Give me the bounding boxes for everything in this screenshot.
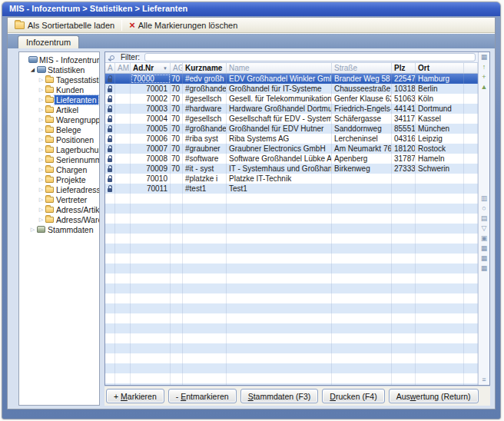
tree-item-statistiken[interactable]: ◢Statistiken [21,65,99,75]
tree-item-lagerbuchungen[interactable]: ▷Lagerbuchungen [21,144,99,154]
filter-input[interactable] [144,53,476,61]
table-row[interactable]: 7000170#großhandeGroßhandel für IT-Syste… [105,84,478,94]
tree-expander-icon[interactable]: ▷ [38,76,45,83]
tree-expander-icon[interactable]: ▷ [38,146,45,153]
tree-item-lieferadressen[interactable]: ▷Lieferadressen [21,184,99,194]
tree-expander-icon[interactable]: ▷ [38,156,45,163]
cell-extra [464,363,478,373]
tree-item-adress-artikel[interactable]: ▷Adress/Artikel [21,204,99,214]
columns-icon[interactable]: ▥ [481,194,488,204]
table-row[interactable]: 70011#test1Test1 [105,184,478,194]
tree-expander-icon[interactable]: ▷ [38,176,45,183]
clear-all-marks-button[interactable]: × Alle Markierungen löschen [124,20,242,31]
tree-item-projekte[interactable]: ▷Projekte [21,174,99,184]
table-row[interactable]: 7000070#edv großhEDV Großhandel Winkler … [105,74,478,84]
filter-row: Filter: [105,52,478,63]
column-header-adnr[interactable]: Ad.Nr▼ [131,63,171,73]
tree-expander-icon[interactable]: ▷ [38,126,45,133]
table-row[interactable]: 7000870#softwareSoftware Großhandel Lübk… [105,154,478,164]
tree-item-artikel[interactable]: ▷Artikel [21,104,99,114]
tree-expander-icon[interactable]: ▷ [38,96,45,103]
stammdaten-button[interactable]: Stammdaten (F3) [240,389,319,403]
tree-expander-icon[interactable]: ▷ [38,136,45,143]
empty-table-row [105,363,478,373]
lock-icon [105,184,115,194]
tree-expander-icon[interactable]: ▷ [38,166,45,173]
column-header-plz[interactable]: Plz [392,63,416,73]
tree-item-stammdaten[interactable]: ▷Stammdaten [21,224,99,234]
lock-icon [105,154,115,164]
folder-icon [45,217,55,223]
column-header-extra[interactable] [464,63,478,73]
grid-view-3-icon[interactable]: ▦ [481,264,488,273]
tree-item-tagesstatistik[interactable]: ▷Tagesstatistik [21,75,99,85]
lock-icon [105,144,115,154]
tree-expander-icon[interactable]: ▷ [29,226,36,233]
tree-item-chargen[interactable]: ▷Chargen [21,164,99,174]
column-header-ag[interactable]: AG [171,63,183,73]
tree-expander-icon[interactable]: ◢ [29,66,36,73]
tree-expander-icon[interactable]: ▷ [38,186,45,193]
column-header-a[interactable]: A [105,63,115,73]
save-icon[interactable]: ▤ [481,214,488,224]
cell-am [115,333,131,343]
table-row[interactable]: 7000370#hardwareHardware Großhandel Dort… [105,104,478,114]
table-row[interactable]: 7000270#gesellschGesell. für Telekommuni… [105,94,478,104]
table-row[interactable]: 7000470#gesellschGesellschaft für EDV - … [105,114,478,124]
tab-label: Infozentrum [26,38,71,47]
tree-expander-icon[interactable]: ▷ [38,86,45,93]
tree-expander-icon[interactable]: ▷ [38,206,45,213]
entmarkieren-button[interactable]: - Entmarkieren [168,389,237,403]
load-sort-table-button[interactable]: Als Sortiertabelle laden [10,20,119,31]
tree-item-label: Artikel [55,105,80,114]
tree-item-adress-warengruppen[interactable]: ▷Adress/Warengruppen [21,214,99,224]
column-header-ort[interactable]: Ort [416,63,464,73]
grid-view-2-icon[interactable]: ▦ [481,254,488,264]
cell-extra [464,124,478,134]
tree-item-mis-infozentrum[interactable]: MIS - Infozentrum [21,55,99,65]
scroll-first-icon[interactable]: ↑ [482,62,486,72]
window-icon[interactable]: ▣ [481,234,488,244]
column-header-name[interactable]: Name [227,63,332,73]
empty-table-row [105,313,478,323]
tree-expander-icon[interactable]: ▷ [38,116,45,123]
table-row[interactable]: 7000570#großhandeGroßhandel für EDV Hutn… [105,124,478,134]
empty-table-row [105,224,478,234]
drucken-button[interactable]: Drucken (F4) [322,389,384,403]
tree-expander-icon[interactable]: ▷ [38,196,45,203]
table-row[interactable]: 7000670#riba systRiba Systems AGLercheni… [105,134,478,144]
cell-am [115,293,131,303]
grid-view-1-icon[interactable]: ▦ [481,244,488,254]
tab-infozentrum[interactable]: Infozentrum [18,35,79,48]
cell-plz [392,323,416,333]
tree-item-belege[interactable]: ▷Belege [21,124,99,134]
column-header-strasse[interactable]: Straße [332,63,392,73]
tree-expander-icon[interactable]: ▷ [38,106,45,113]
auswertung-button[interactable]: Auswertung (Return) [389,389,479,403]
scrollbar-bottom-icon[interactable]: ≡ [482,375,486,385]
search-icon[interactable]: ○ [482,204,486,214]
cell-strasse [332,234,392,244]
markieren-button[interactable]: + Markieren [106,389,164,403]
tree-item-vertreter[interactable]: ▷Vertreter [21,194,99,204]
content-area: MIS - Infozentrum◢Statistiken▷Tagesstati… [8,48,495,409]
column-header-kurzname[interactable]: Kurzname [183,63,227,73]
cell-ort: Berlin [416,84,464,94]
table-row[interactable]: 7000970#it - systIT - Systemhaus und Gro… [105,164,478,174]
empty-table-row [105,234,478,244]
cell-strasse [332,373,392,383]
tree-item-positionen[interactable]: ▷Positionen [21,134,99,144]
column-header-am[interactable]: AM [115,63,131,73]
filter-icon[interactable]: ▽ [482,224,487,234]
scroll-up-icon[interactable]: ▲ [481,82,488,92]
insert-row-icon[interactable]: + [482,72,486,82]
tree-expander-icon[interactable]: ▷ [38,216,45,223]
tree-item-kunden[interactable]: ▷Kunden [21,85,99,94]
tree-item-warengruppen[interactable]: ▷Warengruppen [21,114,99,124]
tree-item-label: Vertreter [55,195,88,204]
tree-item-seriennummern[interactable]: ▷Seriennummern [21,154,99,164]
tree-item-lieferanten[interactable]: ▷Lieferanten [21,94,99,104]
table-row[interactable]: 7000770#graubnerGraubner Electronics Gmb… [105,144,478,154]
column-chooser-icon[interactable]: ▦ [481,52,488,62]
table-row[interactable]: 70010#platzke iPlatzke IT-Technik [105,174,478,184]
